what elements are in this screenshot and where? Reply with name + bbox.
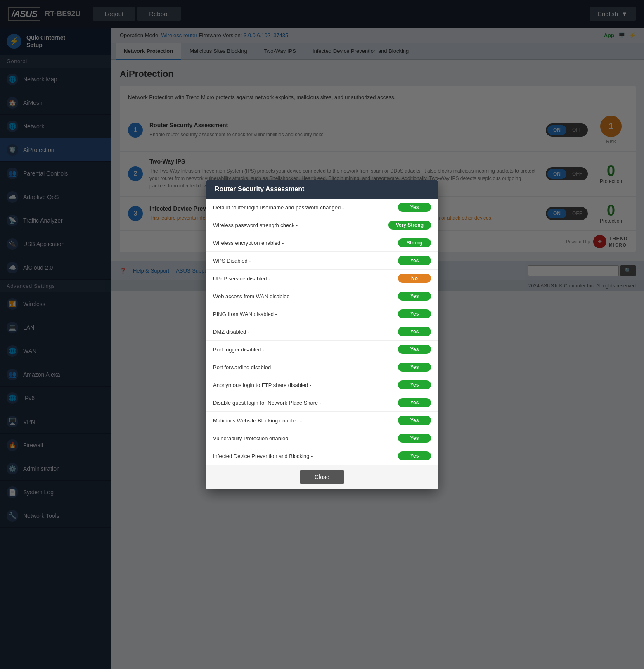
assessment-badge-9: Yes: [398, 345, 431, 354]
assessment-label-4: WPS Disabled -: [213, 258, 251, 264]
assessment-row-7: PING from WAN disabled - Yes: [206, 305, 438, 323]
assessment-label-13: Malicious Website Blocking enabled -: [213, 418, 302, 424]
assessment-label-3: Wireless encryption enabled -: [213, 240, 284, 246]
assessment-badge-8: Yes: [398, 327, 431, 336]
assessment-row-1: Default router login username and passwo…: [206, 199, 438, 216]
assessment-badge-15: Yes: [398, 451, 431, 460]
assessment-badge-3: Strong: [398, 238, 431, 247]
close-button[interactable]: Close: [300, 470, 344, 484]
assessment-badge-2: Very Strong: [388, 221, 431, 230]
modal-header: Router Security Assessment: [206, 180, 438, 199]
assessment-label-7: PING from WAN disabled -: [213, 311, 277, 317]
assessment-row-5: UPnP service disabled - No: [206, 270, 438, 287]
assessment-row-8: DMZ disabled - Yes: [206, 323, 438, 341]
assessment-row-15: Infected Device Prevention and Blocking …: [206, 447, 438, 465]
assessment-badge-7: Yes: [398, 309, 431, 318]
assessment-row-3: Wireless encryption enabled - Strong: [206, 234, 438, 252]
assessment-label-10: Port forwarding disabled -: [213, 364, 274, 370]
assessment-badge-5: No: [398, 274, 431, 283]
modal-body: Default router login username and passwo…: [206, 199, 438, 465]
assessment-label-5: UPnP service disabled -: [213, 275, 270, 282]
assessment-row-2: Wireless password strength check - Very …: [206, 216, 438, 234]
modal-footer: Close: [206, 465, 438, 489]
assessment-label-14: Vulnerability Protection enabled -: [213, 435, 291, 441]
assessment-row-13: Malicious Website Blocking enabled - Yes: [206, 412, 438, 429]
assessment-row-10: Port forwarding disabled - Yes: [206, 358, 438, 376]
assessment-badge-4: Yes: [398, 256, 431, 265]
modal-overlay[interactable]: Router Security Assessment Default route…: [0, 0, 644, 669]
assessment-badge-13: Yes: [398, 416, 431, 425]
assessment-row-9: Port trigger disabled - Yes: [206, 341, 438, 358]
assessment-label-9: Port trigger disabled -: [213, 346, 264, 353]
assessment-label-1: Default router login username and passwo…: [213, 204, 344, 211]
assessment-label-6: Web access from WAN disabled -: [213, 293, 293, 299]
assessment-row-11: Anonymous login to FTP share disabled - …: [206, 376, 438, 394]
security-assessment-modal: Router Security Assessment Default route…: [206, 180, 438, 489]
assessment-badge-11: Yes: [398, 380, 431, 389]
assessment-label-15: Infected Device Prevention and Blocking …: [213, 453, 313, 459]
assessment-badge-10: Yes: [398, 363, 431, 372]
assessment-label-2: Wireless password strength check -: [213, 222, 298, 228]
assessment-row-12: Disable guest login for Network Place Sh…: [206, 394, 438, 412]
assessment-label-12: Disable guest login for Network Place Sh…: [213, 400, 321, 406]
assessment-badge-1: Yes: [398, 203, 431, 212]
assessment-badge-12: Yes: [398, 398, 431, 407]
assessment-row-14: Vulnerability Protection enabled - Yes: [206, 429, 438, 447]
assessment-label-8: DMZ disabled -: [213, 329, 249, 335]
assessment-row-6: Web access from WAN disabled - Yes: [206, 287, 438, 305]
assessment-badge-6: Yes: [398, 292, 431, 301]
assessment-label-11: Anonymous login to FTP share disabled -: [213, 382, 311, 388]
assessment-row-4: WPS Disabled - Yes: [206, 252, 438, 270]
assessment-badge-14: Yes: [398, 434, 431, 443]
